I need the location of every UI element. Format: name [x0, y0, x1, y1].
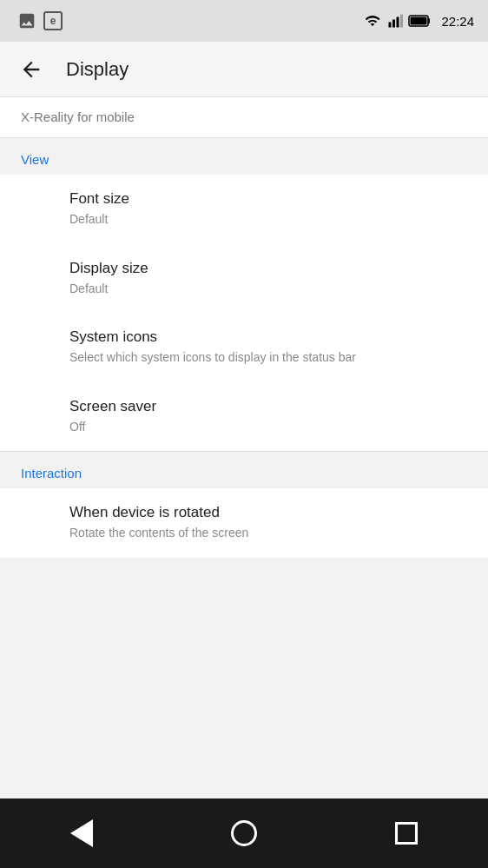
- nav-home-button[interactable]: [218, 807, 270, 859]
- nav-recents-button[interactable]: [380, 807, 432, 859]
- e-app-icon: e: [43, 11, 63, 30]
- back-arrow-icon: [19, 57, 43, 82]
- view-section-label: View: [21, 152, 49, 167]
- system-icons-title: System icons: [69, 328, 467, 346]
- interaction-section-label: Interaction: [21, 466, 82, 480]
- nav-back-button[interactable]: [56, 807, 108, 859]
- rotation-item[interactable]: When device is rotated Rotate the conten…: [0, 488, 488, 558]
- status-time: 22:24: [441, 14, 474, 29]
- font-size-title: Font size: [69, 190, 467, 208]
- svg-rect-6: [411, 17, 427, 25]
- svg-rect-5: [428, 18, 430, 23]
- system-icons-subtitle: Select which system icons to display in …: [69, 349, 467, 367]
- status-bar: e 22:24: [0, 0, 488, 42]
- back-button[interactable]: [14, 52, 49, 87]
- display-size-item[interactable]: Display size Default: [0, 244, 488, 314]
- screen-saver-item[interactable]: Screen saver Off: [0, 382, 488, 452]
- svg-rect-1: [392, 20, 395, 28]
- system-icons-item[interactable]: System icons Select which system icons t…: [0, 313, 488, 382]
- nav-home-icon: [231, 820, 257, 846]
- section-header-view: View: [0, 138, 488, 175]
- nav-bar: [0, 798, 488, 868]
- font-size-item[interactable]: Font size Default: [0, 175, 488, 244]
- font-size-subtitle: Default: [69, 211, 467, 229]
- signal-icon: [387, 13, 403, 29]
- nav-recents-icon: [395, 822, 418, 845]
- content-filler: [0, 558, 488, 662]
- nav-back-icon: [70, 819, 93, 847]
- screen-saver-subtitle: Off: [69, 419, 467, 436]
- wifi-icon: [363, 13, 382, 29]
- svg-rect-2: [397, 17, 399, 28]
- display-size-subtitle: Default: [69, 281, 467, 298]
- rotation-subtitle: Rotate the contents of the screen: [69, 525, 467, 542]
- page-title: Display: [66, 58, 129, 81]
- sub-header-text: X-Reality for mobile: [21, 109, 135, 124]
- status-icons: 22:24: [363, 13, 474, 29]
- svg-rect-0: [389, 23, 392, 28]
- screen-saver-title: Screen saver: [69, 398, 467, 415]
- sub-header: X-Reality for mobile: [0, 97, 488, 137]
- app-bar: Display: [0, 42, 488, 97]
- photo-app-icon: [17, 11, 36, 30]
- rotation-title: When device is rotated: [69, 504, 467, 521]
- section-header-interaction: Interaction: [0, 452, 488, 488]
- svg-rect-3: [400, 15, 403, 28]
- battery-icon: [408, 14, 431, 28]
- display-size-title: Display size: [69, 260, 467, 277]
